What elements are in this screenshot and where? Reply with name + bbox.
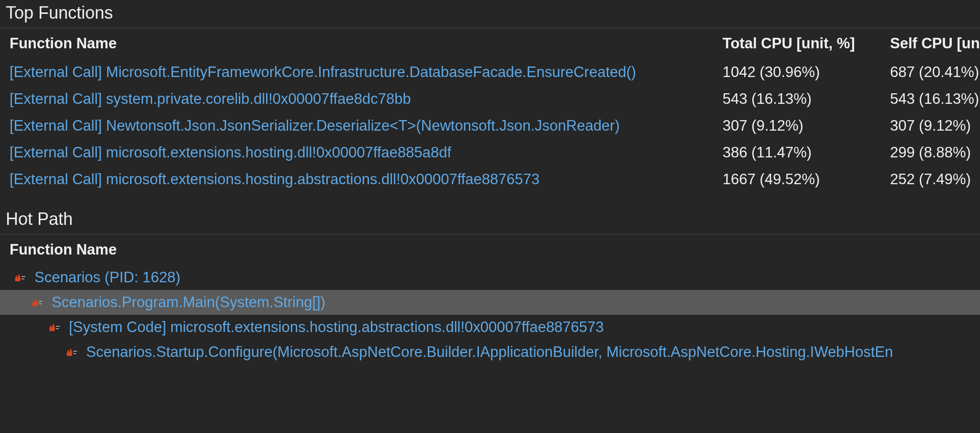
table-row: [External Call] Microsoft.EntityFramewor… [0, 59, 980, 86]
total-cpu-value: 1667 (49.52%) [713, 166, 880, 193]
function-link[interactable]: [External Call] Newtonsoft.Json.JsonSeri… [10, 117, 620, 134]
svg-rect-2 [39, 301, 43, 302]
self-cpu-value: 307 (9.12%) [880, 112, 980, 139]
hot-path-function-link[interactable]: Scenarios.Program.Main(System.String[]) [52, 294, 325, 311]
svg-rect-1 [22, 278, 24, 279]
top-functions-table: Function Name Total CPU [unit, %] Self C… [0, 28, 980, 193]
hot-path-title: Hot Path [0, 206, 980, 234]
self-cpu-value: 299 (8.88%) [880, 139, 980, 166]
table-row: [External Call] Newtonsoft.Json.JsonSeri… [0, 112, 980, 139]
svg-rect-5 [56, 328, 59, 329]
col-header-function-name[interactable]: Function Name [0, 28, 713, 59]
svg-rect-6 [73, 351, 77, 352]
table-row: [External Call] microsoft.extensions.hos… [0, 166, 980, 193]
hot-path-function-link[interactable]: [System Code] microsoft.extensions.hosti… [69, 319, 604, 336]
total-cpu-value: 307 (9.12%) [713, 112, 880, 139]
top-functions-title: Top Functions [0, 0, 980, 28]
hot-path-function-link[interactable]: Scenarios.Startup.Configure(Microsoft.As… [86, 344, 893, 361]
total-cpu-value: 386 (11.47%) [713, 139, 880, 166]
function-link[interactable]: [External Call] microsoft.extensions.hos… [10, 144, 451, 161]
table-row: [External Call] system.private.corelib.d… [0, 86, 980, 112]
self-cpu-value: 687 (20.41%) [880, 59, 980, 86]
self-cpu-value: 543 (16.13%) [880, 86, 980, 112]
hot-path-function-link[interactable]: Scenarios (PID: 1628) [34, 269, 180, 286]
hot-path-row[interactable]: Scenarios.Startup.Configure(Microsoft.As… [0, 340, 980, 365]
flame-icon [13, 273, 26, 282]
self-cpu-value: 252 (7.49%) [880, 166, 980, 193]
col-header-self-cpu[interactable]: Self CPU [unit [880, 28, 980, 59]
svg-rect-7 [73, 353, 76, 354]
function-link[interactable]: [External Call] microsoft.extensions.hos… [10, 171, 539, 188]
flame-icon [65, 347, 78, 357]
svg-rect-0 [22, 276, 25, 277]
hot-path-row[interactable]: Scenarios.Program.Main(System.String[]) [0, 290, 980, 315]
table-row: [External Call] microsoft.extensions.hos… [0, 139, 980, 166]
hot-path-tree: Scenarios (PID: 1628)Scenarios.Program.M… [0, 265, 980, 365]
total-cpu-value: 1042 (30.96%) [713, 59, 880, 86]
function-link[interactable]: [External Call] Microsoft.EntityFramewor… [10, 64, 636, 80]
col-header-total-cpu[interactable]: Total CPU [unit, %] [713, 28, 880, 59]
flame-icon [31, 298, 43, 307]
flame-icon [48, 322, 60, 332]
function-link[interactable]: [External Call] system.private.corelib.d… [10, 90, 411, 107]
svg-rect-3 [39, 303, 42, 304]
col-header-hotpath-function-name[interactable]: Function Name [0, 234, 980, 265]
hot-path-row[interactable]: [System Code] microsoft.extensions.hosti… [0, 315, 980, 340]
hot-path-row[interactable]: Scenarios (PID: 1628) [0, 265, 980, 290]
svg-rect-4 [56, 326, 60, 327]
total-cpu-value: 543 (16.13%) [713, 86, 880, 112]
